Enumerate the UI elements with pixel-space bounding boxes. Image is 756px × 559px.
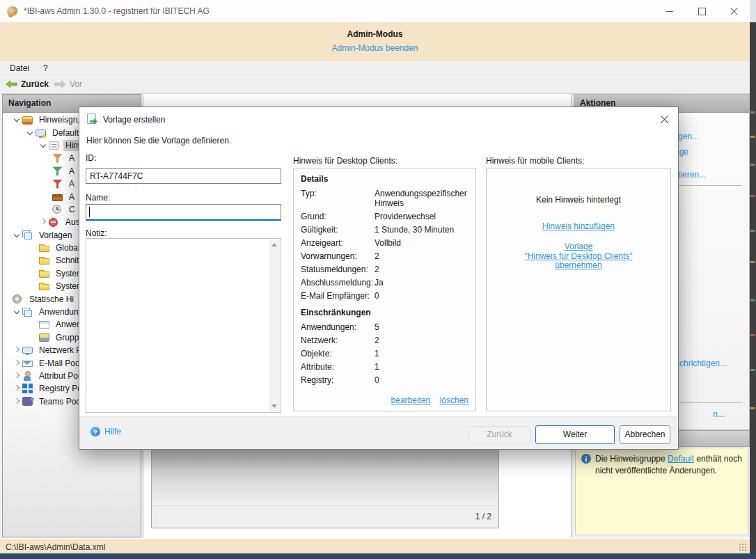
detail-value: 1 Stunde, 30 Minuten [375, 225, 468, 235]
constraint-value: 1 [375, 349, 468, 359]
monitor-icon [22, 347, 33, 354]
help-link[interactable]: ? Hilfe [90, 427, 121, 436]
chevron-right-icon[interactable] [13, 397, 22, 407]
action-link-fragment[interactable]: n... [713, 409, 725, 419]
constraint-label: Objekte: [301, 349, 375, 359]
nav-item-label: A [67, 178, 77, 189]
app-window: *IBI-aws Admin 1.30.0 - registriert für … [0, 0, 756, 559]
folder-icon [39, 246, 49, 252]
detail-row: Vorwarnungen:2 [301, 251, 468, 261]
scroll-up-icon[interactable] [271, 243, 277, 246]
app-icon [6, 4, 19, 17]
detail-value: Vollbild [375, 238, 468, 248]
dialog-title: Vorlage erstellen [103, 115, 165, 125]
chevron-right-icon[interactable] [13, 345, 22, 355]
scroll-down-icon[interactable] [271, 404, 277, 408]
add-mobile-notice-link[interactable]: Hinweis hinzufügen [542, 221, 615, 231]
scrollbar[interactable] [269, 239, 280, 411]
dialog-cancel-button[interactable]: Abbrechen [620, 425, 670, 444]
nav-item-label: C [67, 204, 77, 215]
action-link-fragment[interactable]: igen... [676, 132, 699, 141]
menu-bar: Datei ? [0, 61, 750, 75]
chevron-right-icon[interactable] [39, 217, 49, 227]
name-field[interactable] [86, 204, 281, 221]
detail-label: E-Mail Empfänger: [301, 291, 375, 301]
person-icon [22, 371, 33, 381]
chevron-right-icon[interactable] [13, 359, 22, 368]
stack-icon [24, 233, 32, 239]
chevron-down-icon[interactable] [13, 307, 22, 317]
resize-grip-icon[interactable] [739, 543, 747, 551]
page-indicator: 1 / 2 [152, 505, 498, 528]
detail-row: Typ:Anwendungsspezifischer Hinweis [301, 189, 468, 208]
close-button[interactable] [718, 0, 750, 22]
details-rows: Typ:Anwendungsspezifischer HinweisGrund:… [301, 189, 468, 301]
background-window-edge [750, 0, 756, 553]
action-link-fragment[interactable]: tieren... [678, 170, 706, 180]
constraints-rows: Anwendungen:5Netzwerk:2Objekte:1Attribut… [301, 322, 468, 385]
nav-item-label: Global [54, 242, 82, 253]
nav-item-label: A [67, 152, 77, 164]
bottom-strip [0, 553, 756, 559]
detail-label: Abschlussmeldung: [301, 278, 375, 288]
detail-value: 2 [375, 251, 468, 261]
dialog-subtitle: Hier können Sie die Vorlage definieren. [86, 136, 231, 145]
minimize-button[interactable] [654, 0, 686, 22]
menu-item-datei[interactable]: Datei [0, 63, 36, 73]
back-button[interactable]: Zurück [6, 79, 49, 89]
note-label: Notiz: [86, 228, 107, 238]
nav-item-label: Statische Hi [27, 294, 76, 305]
back-arrow-icon [6, 80, 17, 88]
mobile-box: Kein Hinweis hinterlegt Hinweis hinzufüg… [486, 168, 671, 411]
note-textarea[interactable] [86, 238, 281, 413]
delete-link[interactable]: löschen [440, 395, 468, 405]
apply-link-line[interactable]: übernehmen [555, 260, 601, 270]
chevron-down-icon[interactable] [13, 115, 22, 125]
chevron-right-icon[interactable] [13, 384, 22, 393]
detail-value: Providerwechsel [375, 212, 468, 221]
windows-icon [24, 310, 32, 317]
apply-desktop-template-link[interactable]: Vorlage "Hinweis für Desktop Clients" üb… [487, 242, 670, 271]
menu-item-help[interactable]: ? [36, 63, 55, 73]
nav-item-label: Anwendung [37, 306, 85, 317]
forward-arrow-icon [54, 80, 66, 88]
forward-label: Vor [70, 79, 82, 89]
detail-row: Gültigkeit:1 Stunde, 30 Minuten [301, 225, 468, 235]
chevron-down-icon[interactable] [39, 141, 49, 150]
funnel-red-icon [52, 179, 63, 189]
detail-label: Statusmeldungen: [301, 265, 375, 274]
chevron-down-icon[interactable] [13, 230, 22, 240]
detail-row: E-Mail Empfänger:0 [301, 291, 468, 301]
forward-button[interactable]: Vor [54, 79, 82, 89]
tool-bar: Zurück Vor [0, 75, 750, 94]
close-icon [730, 7, 739, 16]
constraint-row: Attribute:1 [301, 362, 468, 372]
apply-link-line[interactable]: "Hinweis für Desktop Clients" [524, 251, 632, 261]
apply-link-line[interactable]: Vorlage [565, 242, 593, 251]
constraint-row: Registry:0 [301, 375, 468, 385]
maximize-button[interactable] [686, 0, 718, 22]
minus-icon [49, 218, 58, 227]
dialog-close-icon[interactable] [659, 114, 670, 125]
id-field[interactable]: RT-A7744F7C [86, 168, 281, 184]
chevron-down-icon[interactable] [26, 128, 36, 138]
dialog-next-button[interactable]: Weiter [535, 425, 615, 444]
window-title: *IBI-aws Admin 1.30.0 - registriert für … [24, 6, 210, 16]
nav-item-label: Teams Pool [37, 396, 85, 407]
chevron-right-icon[interactable] [13, 371, 22, 381]
layers-group-icon [39, 333, 49, 342]
edit-link[interactable]: bearbeiten [391, 395, 431, 405]
default-group-link[interactable]: Default [668, 454, 694, 464]
admin-mode-banner: Admin-Modus Admin-Modus beenden [0, 22, 750, 61]
mail-icon [22, 361, 33, 367]
note-icon [49, 141, 59, 150]
constraint-value: 0 [375, 375, 468, 385]
admin-mode-exit-link[interactable]: Admin-Modus beenden [0, 43, 750, 53]
name-label: Name: [86, 193, 110, 203]
nav-item-label: Default [50, 127, 81, 139]
clock-icon [52, 205, 61, 214]
teams-icon [22, 397, 33, 406]
pending-changes-notice: Die Hinweisgruppe Default enthält noch n… [575, 448, 748, 535]
constraint-label: Attribute: [301, 362, 375, 372]
action-link-fragment[interactable]: achrichtigen... [675, 359, 727, 368]
